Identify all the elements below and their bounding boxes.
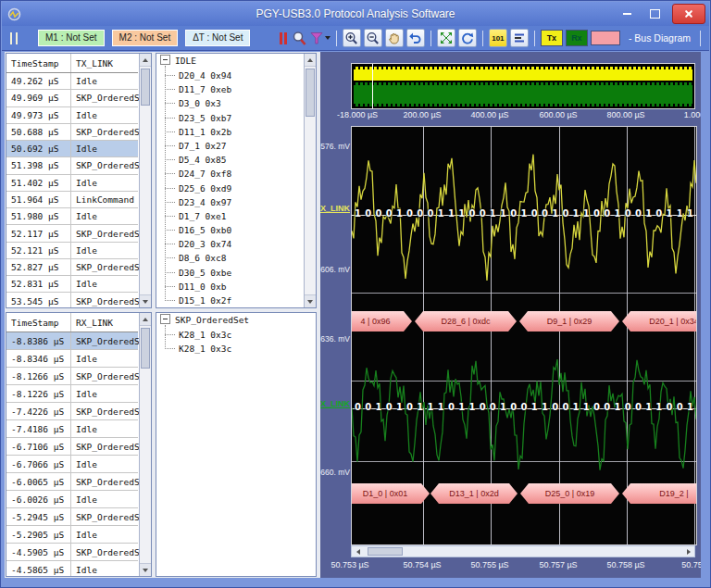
zoom-in-icon[interactable]: [343, 29, 361, 47]
table-row[interactable]: -7.4226 µS SKP_OrderedSet: [6, 403, 138, 420]
tree-item[interactable]: D23_5 0xb7: [156, 111, 303, 125]
tree-item[interactable]: D24_7 0xf8: [156, 167, 303, 181]
collapse-icon[interactable]: [160, 314, 170, 324]
pause-icon[interactable]: [279, 31, 289, 45]
table-row[interactable]: -4.5865 µS Idle: [6, 561, 138, 577]
undo-icon[interactable]: [406, 29, 425, 47]
table-row[interactable]: -8.8346 µS Idle: [6, 350, 138, 368]
tree-item[interactable]: D20_3 0x74: [156, 237, 303, 251]
packet-color-swatch: [591, 31, 620, 45]
scroll-right-arrow-icon[interactable]: [682, 546, 694, 557]
table-row[interactable]: 51.980 µS Idle: [6, 208, 138, 225]
packet-marker[interactable]: D9_1 | 0x29: [519, 311, 619, 332]
tree-item[interactable]: D11_1 0x2b: [156, 125, 303, 139]
tx-color-swatch[interactable]: Tx: [541, 30, 563, 46]
table-row[interactable]: -6.0026 µS Idle: [6, 491, 138, 508]
search-icon[interactable]: [292, 31, 307, 46]
table-row[interactable]: -5.2905 µS Idle: [6, 526, 138, 544]
packet-marker[interactable]: D20_1 | 0x34: [622, 311, 697, 332]
tree-item[interactable]: D25_6 0xd9: [156, 181, 303, 195]
vertical-scrollbar[interactable]: [139, 54, 151, 307]
table-row[interactable]: 52.831 µS Idle: [6, 276, 138, 293]
table-row[interactable]: 51.402 µS Idle: [6, 175, 138, 192]
scroll-left-arrow-icon[interactable]: [352, 546, 364, 557]
table-row[interactable]: -8.1266 µS SKP_OrderedSet: [6, 368, 138, 385]
table-row[interactable]: 50.692 µS Idle: [6, 141, 138, 157]
table-row[interactable]: -8.1226 µS Idle: [6, 385, 138, 403]
tree-item[interactable]: D11_0 0xb: [156, 280, 303, 294]
marker-button[interactable]: ΔT : Not Set: [185, 30, 250, 46]
tree-item[interactable]: D11_7 0xeb: [156, 82, 303, 96]
tree-item[interactable]: D3_0 0x3: [156, 96, 303, 110]
packet-marker[interactable]: D19_2 |: [622, 483, 697, 504]
link-state-cell: Idle: [70, 141, 138, 156]
vertical-scrollbar[interactable]: [304, 54, 316, 307]
tree-item[interactable]: D7_1 0x27: [156, 139, 303, 153]
table-row[interactable]: 53.545 µS SKP_OrderedSet: [6, 293, 138, 308]
overview-cursor[interactable]: [372, 64, 373, 108]
table-row[interactable]: 51.964 µS LinkCommand: [6, 192, 138, 208]
scroll-up-arrow-icon[interactable]: [305, 54, 316, 67]
marker-button[interactable]: M2 : Not Set: [112, 30, 179, 46]
table-row[interactable]: -6.7066 µS Idle: [6, 456, 138, 473]
tree-item[interactable]: D30_5 0xbe: [156, 266, 303, 280]
fit-view-icon[interactable]: [437, 29, 455, 47]
tree-item[interactable]: D15_1 0x2f: [156, 294, 303, 307]
digital-view-icon[interactable]: 101: [489, 29, 507, 47]
scrollbar-thumb[interactable]: [306, 69, 315, 117]
scrollbar-thumb[interactable]: [141, 328, 150, 369]
bus-list-view-icon[interactable]: [510, 29, 529, 47]
overview-strip[interactable]: [351, 63, 695, 109]
tree-item[interactable]: D16_5 0xb0: [156, 223, 303, 237]
scrollbar-thumb[interactable]: [141, 69, 150, 106]
waveform-plot[interactable]: 100010001110011010010110010010111 001010…: [351, 126, 697, 545]
table-row[interactable]: -4.5905 µS SKP_OrderedSet: [6, 544, 138, 561]
packet-marker[interactable]: 4 | 0x96: [351, 311, 412, 332]
scroll-up-arrow-icon[interactable]: [140, 313, 151, 326]
table-row[interactable]: 52.117 µS SKP_OrderedSet: [6, 225, 138, 242]
table-row[interactable]: 50.688 µS SKP_OrderedSet: [6, 124, 138, 141]
table-row[interactable]: 52.827 µS SKP_OrderedSet: [6, 259, 138, 276]
packet-marker[interactable]: D25_0 | 0x19: [520, 483, 619, 504]
tree-item[interactable]: K28_1 0x3c: [156, 328, 303, 342]
table-row[interactable]: 52.121 µS Idle: [6, 243, 138, 259]
scroll-up-arrow-icon[interactable]: [140, 54, 151, 67]
refresh-icon[interactable]: [458, 29, 477, 47]
scroll-down-arrow-icon[interactable]: [140, 563, 151, 576]
table-row[interactable]: -5.2945 µS SKP_OrderedSet: [6, 508, 138, 526]
tree-item[interactable]: D23_4 0x97: [156, 195, 303, 209]
close-button[interactable]: [672, 4, 705, 24]
minimize-button[interactable]: [617, 6, 637, 22]
table-row[interactable]: -6.0065 µS SKP_OrderedSet: [6, 473, 138, 491]
tree-item[interactable]: D20_4 0x94: [156, 69, 303, 82]
table-row[interactable]: 49.969 µS SKP_OrderedSet: [6, 90, 138, 106]
rx-color-swatch[interactable]: Rx: [566, 30, 588, 46]
table-row[interactable]: -8.8386 µS SKP_OrderedSet: [6, 332, 138, 350]
maximize-button[interactable]: [644, 6, 665, 22]
tree-item[interactable]: D8_6 0xc8: [156, 251, 303, 265]
table-row[interactable]: -7.4186 µS Idle: [6, 420, 138, 438]
tree-item[interactable]: D1_7 0xe1: [156, 209, 303, 223]
packet-marker[interactable]: D13_1 | 0x2d: [430, 483, 518, 504]
tree-root-skp[interactable]: SKP_OrderedSet: [156, 313, 316, 328]
pan-hand-icon[interactable]: [385, 29, 404, 47]
scroll-down-arrow-icon[interactable]: [140, 294, 151, 307]
packet-marker[interactable]: D28_6 | 0xdc: [415, 311, 517, 332]
table-row[interactable]: 49.262 µS Idle: [6, 73, 138, 90]
table-row[interactable]: -6.7106 µS SKP_OrderedSet: [6, 438, 138, 456]
filter-icon[interactable]: [310, 31, 331, 44]
tree-item[interactable]: D5_4 0x85: [156, 153, 303, 167]
vertical-scrollbar[interactable]: [139, 313, 151, 576]
marker-button[interactable]: M1 : Not Set: [38, 30, 105, 46]
zoom-out-icon[interactable]: [364, 29, 382, 47]
scroll-down-arrow-icon[interactable]: [305, 294, 316, 307]
tree-root-idle[interactable]: IDLE: [156, 54, 316, 69]
table-row[interactable]: 49.973 µS Idle: [6, 107, 138, 124]
packet-marker[interactable]: D1_0 | 0x01: [351, 483, 430, 504]
collapse-icon[interactable]: [160, 55, 170, 65]
filter-dropdown-arrow[interactable]: [325, 36, 331, 40]
tree-item[interactable]: K28_1 0x3c: [156, 342, 303, 356]
horizontal-scrollbar[interactable]: [351, 545, 695, 557]
scrollbar-thumb[interactable]: [368, 547, 403, 556]
table-row[interactable]: 51.398 µS SKP_OrderedSet: [6, 157, 138, 174]
